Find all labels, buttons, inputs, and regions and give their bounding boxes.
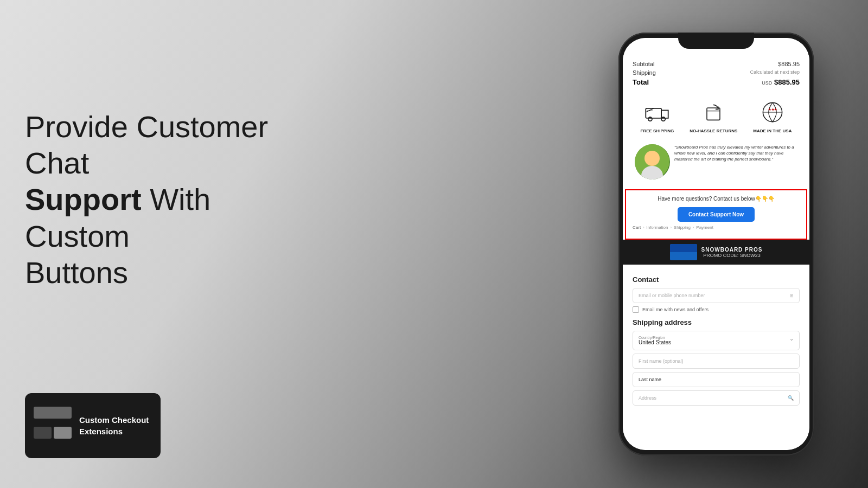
phone-screen: Subtotal $885.95 Shipping Calculated at …: [623, 38, 809, 450]
contact-support-button[interactable]: Contact Support Now: [678, 207, 755, 222]
newsletter-checkbox-row: Email me with news and offers: [633, 306, 800, 313]
heading-bold: Support: [25, 182, 142, 216]
svg-point-14: [644, 151, 660, 166]
newsletter-checkbox[interactable]: [633, 306, 639, 313]
breadcrumb-row: Cart › Information › Shipping › Payment: [633, 222, 800, 233]
svg-rect-0: [646, 108, 662, 118]
first-name-field[interactable]: First name (optional): [633, 354, 800, 369]
shipping-address-label: Shipping address: [633, 318, 800, 326]
promo-brand-text: SNOWBOARD PROS: [701, 247, 763, 253]
testimonial-avatar: [635, 144, 670, 179]
trust-icons-row: FREE SHIPPING: [633, 93, 800, 139]
testimonial-text: "Snowboard Pros has truly elevated my wi…: [674, 144, 797, 163]
logo-badge: Custom Checkout Extensions: [25, 393, 161, 458]
phone-mockup: Subtotal $885.95 Shipping Calculated at …: [618, 11, 814, 477]
shipping-row: Shipping Calculated at next step: [633, 69, 800, 76]
checkout-totals-section: Subtotal $885.95 Shipping Calculated at …: [623, 55, 809, 189]
last-name-field[interactable]: Last name: [633, 372, 800, 387]
contact-section: Contact Email or mobile phone number ⊞ E…: [623, 270, 809, 414]
contact-label: Contact: [633, 275, 800, 284]
address-field[interactable]: Address 🔍: [633, 390, 800, 406]
subtotal-row: Subtotal $885.95: [633, 61, 800, 67]
logo-text: Custom Checkout Extensions: [79, 414, 152, 437]
phone-notch: [678, 33, 754, 49]
testimonial-section: "Snowboard Pros has truly elevated my wi…: [633, 144, 800, 179]
svg-rect-6: [707, 108, 720, 120]
box-icon: [699, 98, 727, 126]
checkout-screen: Subtotal $885.95 Shipping Calculated at …: [623, 38, 809, 450]
support-question-text: Have more questions? Contact us below👇👇👇: [633, 196, 800, 202]
logo-icon: [34, 407, 72, 445]
returns-icon-item: NO-HASSLE RETURNS: [690, 98, 737, 133]
promo-code-text: PROMO CODE: SNOW23: [701, 253, 763, 258]
main-heading: Provide Customer Chat Support With Custo…: [25, 108, 318, 291]
phone-frame: Subtotal $885.95 Shipping Calculated at …: [618, 33, 814, 455]
usa-flag-icon: ★ ★ ★: [758, 98, 787, 126]
support-highlight-box: Have more questions? Contact us below👇👇👇…: [625, 189, 807, 240]
total-row: Total USD $885.95: [633, 78, 800, 86]
usa-icon-item: ★ ★ ★ MADE IN THE USA: [753, 98, 792, 133]
country-field[interactable]: Country/Region United States ⌄: [633, 331, 800, 350]
svg-line-4: [646, 108, 654, 112]
email-field[interactable]: Email or mobile phone number ⊞: [633, 288, 800, 303]
truck-icon: [643, 98, 671, 126]
promo-banner: SNOWBOARD PROS PROMO CODE: SNOW23: [623, 240, 809, 265]
free-shipping-icon-item: FREE SHIPPING: [641, 98, 674, 133]
hero-text: Provide Customer Chat Support With Custo…: [25, 108, 318, 291]
